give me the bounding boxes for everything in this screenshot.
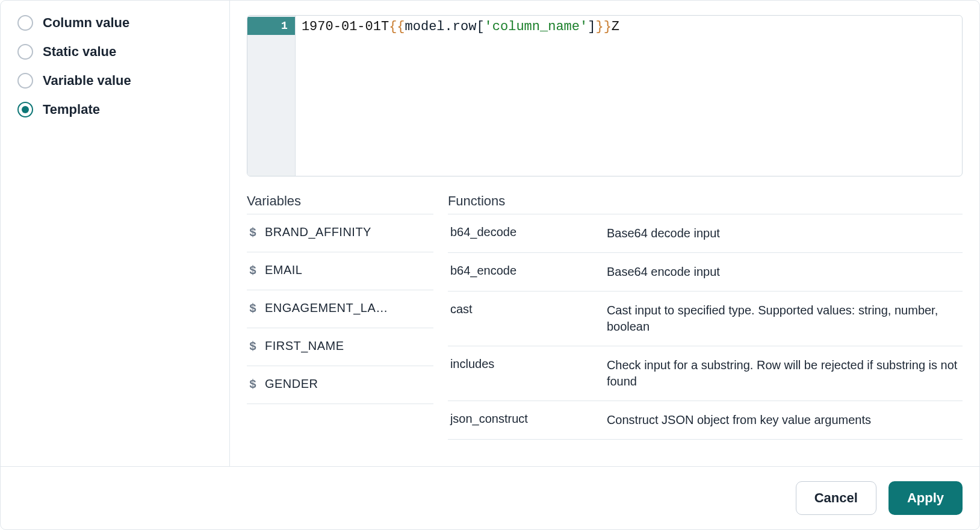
code-token-plain: Z <box>612 19 619 34</box>
editor-textarea[interactable]: 1970-01-01T{{model.row['column_name']}}Z <box>296 16 962 176</box>
radio-label: Static value <box>43 44 116 60</box>
function-description: Base64 decode input <box>607 225 960 242</box>
radio-circle-icon <box>17 102 33 117</box>
dialog-footer: Cancel Apply <box>1 466 979 529</box>
variable-item[interactable]: $ ENGAGEMENT_LA… <box>247 290 433 328</box>
variable-name: BRAND_AFFINITY <box>265 225 371 239</box>
value-type-radio-group: Column value Static value Variable value… <box>17 15 215 117</box>
variable-name: GENDER <box>265 377 318 391</box>
template-editor-panel: Column value Static value Variable value… <box>0 0 980 530</box>
apply-button[interactable]: Apply <box>889 481 963 515</box>
variables-list: $ BRAND_AFFINITY $ EMAIL $ ENGAGEMENT_LA… <box>247 214 433 404</box>
function-name: cast <box>450 302 607 316</box>
function-name: json_construct <box>450 412 607 426</box>
code-token-delim: } <box>595 19 603 34</box>
radio-circle-icon <box>17 44 33 60</box>
functions-list: b64_decode Base64 decode input b64_encod… <box>448 214 963 440</box>
code-token-obj: ] <box>588 19 595 34</box>
functions-heading: Functions <box>448 193 963 214</box>
code-token-plain: 1970-01-01T <box>302 19 389 34</box>
function-description: Construct JSON object from key value arg… <box>607 412 960 428</box>
function-item[interactable]: cast Cast input to specified type. Suppo… <box>448 292 963 346</box>
radio-label: Template <box>43 102 100 117</box>
variable-name: ENGAGEMENT_LA… <box>265 301 388 315</box>
radio-static-value[interactable]: Static value <box>17 44 215 60</box>
template-code-editor[interactable]: 1 1970-01-01T{{model.row['column_name']}… <box>247 15 963 176</box>
radio-column-value[interactable]: Column value <box>17 15 215 31</box>
code-token-delim: { <box>389 19 397 34</box>
code-token-string: 'column_name' <box>485 19 588 34</box>
radio-template[interactable]: Template <box>17 102 215 117</box>
function-name: b64_decode <box>450 225 607 239</box>
radio-label: Column value <box>43 15 129 31</box>
code-token-obj: model.row[ <box>405 19 485 34</box>
value-type-sidebar: Column value Static value Variable value… <box>1 1 230 466</box>
variable-item[interactable]: $ BRAND_AFFINITY <box>247 214 433 252</box>
function-description: Check input for a substring. Row will be… <box>607 357 960 390</box>
variable-item[interactable]: $ GENDER <box>247 366 433 404</box>
variables-column: Variables $ BRAND_AFFINITY $ EMAIL $ ENG <box>247 193 433 466</box>
function-name: includes <box>450 357 607 371</box>
functions-column: Functions b64_decode Base64 decode input… <box>448 193 963 466</box>
function-item[interactable]: b64_encode Base64 encode input <box>448 253 963 292</box>
reference-lists: Variables $ BRAND_AFFINITY $ EMAIL $ ENG <box>247 193 963 466</box>
dollar-icon: $ <box>249 339 256 355</box>
variable-item[interactable]: $ FIRST_NAME <box>247 328 433 366</box>
function-item[interactable]: b64_decode Base64 decode input <box>448 214 963 253</box>
radio-label: Variable value <box>43 73 131 89</box>
dollar-icon: $ <box>249 263 256 279</box>
dollar-icon: $ <box>249 225 256 241</box>
function-description: Cast input to specified type. Supported … <box>607 302 960 335</box>
variable-item[interactable]: $ EMAIL <box>247 252 433 290</box>
variables-heading: Variables <box>247 193 433 214</box>
editor-gutter: 1 <box>247 16 296 176</box>
cancel-button[interactable]: Cancel <box>796 481 876 515</box>
dollar-icon: $ <box>249 301 256 317</box>
radio-circle-icon <box>17 73 33 89</box>
content-area: 1 1970-01-01T{{model.row['column_name']}… <box>230 1 979 466</box>
variable-name: FIRST_NAME <box>265 339 344 353</box>
code-token-delim: { <box>397 19 405 34</box>
code-token-delim: } <box>604 19 612 34</box>
radio-circle-icon <box>17 15 33 31</box>
function-name: b64_encode <box>450 264 607 278</box>
function-item[interactable]: json_construct Construct JSON object fro… <box>448 401 963 440</box>
dollar-icon: $ <box>249 377 256 393</box>
function-description: Base64 encode input <box>607 264 960 280</box>
main-row: Column value Static value Variable value… <box>1 1 979 466</box>
variable-name: EMAIL <box>265 263 303 277</box>
function-item[interactable]: includes Check input for a substring. Ro… <box>448 346 963 401</box>
line-number: 1 <box>247 17 295 35</box>
radio-variable-value[interactable]: Variable value <box>17 73 215 89</box>
